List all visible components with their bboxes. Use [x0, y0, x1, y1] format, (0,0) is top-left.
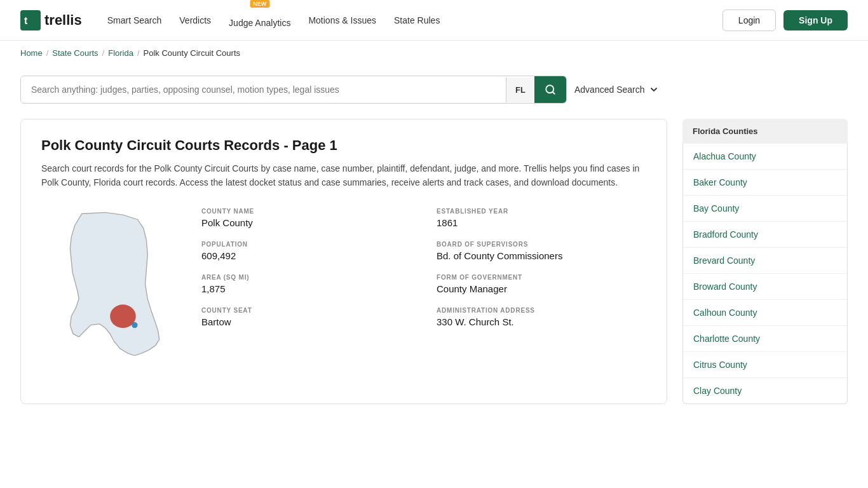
form-label: FORM OF GOVERNMENT [437, 274, 646, 281]
logo[interactable]: t trellis [20, 10, 82, 30]
header-left: t trellis Smart Search Verdicts NEW Judg… [20, 10, 440, 30]
sidebar-county-list: Alachua CountyBaker CountyBay CountyBrad… [682, 144, 848, 404]
detail-board: BOARD OF SUPERVISORS Bd. of County Commi… [437, 241, 646, 261]
county-info: COUNTY NAME Polk County ESTABLISHED YEAR… [41, 208, 646, 362]
breadcrumb-state-courts[interactable]: State Courts [52, 48, 98, 58]
nav-motions-issues[interactable]: Motions & Issues [308, 15, 376, 25]
search-button[interactable] [534, 76, 566, 103]
main-layout: Polk County Circuit Courts Records - Pag… [0, 119, 868, 424]
county-name-value: Polk County [201, 217, 411, 228]
svg-point-3 [132, 322, 137, 328]
page-description: Search court records for the Polk County… [41, 161, 646, 190]
breadcrumb-sep-1: / [46, 48, 49, 58]
detail-area: AREA (SQ MI) 1,875 [201, 274, 411, 294]
advanced-search-label: Advanced Search [574, 85, 645, 95]
header-right: Login Sign Up [722, 10, 848, 31]
detail-form: FORM OF GOVERNMENT County Manager [437, 274, 646, 294]
sidebar-item[interactable]: Broward County [683, 274, 847, 300]
county-name-label: COUNTY NAME [201, 208, 411, 215]
search-section: FL Advanced Search [0, 65, 868, 119]
established-label: ESTABLISHED YEAR [437, 208, 646, 215]
nav-state-rules[interactable]: State Rules [394, 15, 440, 25]
nav: Smart Search Verdicts NEW Judge Analytic… [107, 13, 440, 28]
address-value: 330 W. Church St. [437, 316, 646, 327]
sidebar-item[interactable]: Charlotte County [683, 326, 847, 352]
sidebar-item[interactable]: Baker County [683, 170, 847, 196]
sidebar-item[interactable]: Calhoun County [683, 300, 847, 326]
sidebar-item[interactable]: Bay County [683, 196, 847, 222]
new-badge: NEW [250, 0, 269, 8]
area-label: AREA (SQ MI) [201, 274, 411, 281]
sidebar-item[interactable]: Alachua County [683, 144, 847, 170]
breadcrumb-sep-2: / [102, 48, 105, 58]
search-wrapper: FL [20, 76, 567, 104]
detail-population: POPULATION 609,492 [201, 241, 411, 261]
population-label: POPULATION [201, 241, 411, 248]
sidebar-item[interactable]: Bradford County [683, 222, 847, 248]
florida-map-svg [41, 208, 181, 360]
sidebar-header: Florida Counties [682, 119, 848, 144]
sidebar: Florida Counties Alachua CountyBaker Cou… [682, 119, 848, 404]
nav-smart-search[interactable]: Smart Search [107, 15, 162, 25]
search-input[interactable] [21, 77, 506, 102]
page-title: Polk County Circuit Courts Records - Pag… [41, 137, 646, 154]
address-label: ADMINISTRATION ADDRESS [437, 307, 646, 314]
sidebar-item[interactable]: Brevard County [683, 248, 847, 274]
logo-text: trellis [44, 12, 82, 29]
population-value: 609,492 [201, 250, 411, 261]
search-icon [545, 84, 556, 95]
county-details-grid: COUNTY NAME Polk County ESTABLISHED YEAR… [201, 208, 646, 327]
breadcrumb: Home / State Courts / Florida / Polk Cou… [0, 41, 868, 65]
area-value: 1,875 [201, 283, 411, 294]
detail-county-name: COUNTY NAME Polk County [201, 208, 411, 228]
seat-value: Bartow [201, 316, 411, 327]
detail-seat: COUNTY SEAT Bartow [201, 307, 411, 327]
svg-rect-0 [20, 10, 41, 30]
search-state-badge: FL [506, 78, 534, 102]
county-map [41, 208, 181, 362]
header: t trellis Smart Search Verdicts NEW Judg… [0, 0, 868, 41]
sidebar-item[interactable]: Citrus County [683, 352, 847, 378]
form-value: County Manager [437, 283, 646, 294]
content-panel: Polk County Circuit Courts Records - Pag… [20, 119, 667, 404]
board-label: BOARD OF SUPERVISORS [437, 241, 646, 248]
advanced-search-toggle[interactable]: Advanced Search [574, 85, 659, 95]
detail-established: ESTABLISHED YEAR 1861 [437, 208, 646, 228]
logo-icon: t [20, 10, 41, 30]
breadcrumb-florida[interactable]: Florida [108, 48, 133, 58]
board-value: Bd. of County Commissioners [437, 250, 646, 261]
nav-verdicts[interactable]: Verdicts [179, 15, 211, 25]
chevron-down-icon [649, 85, 659, 95]
sidebar-item[interactable]: Clay County [683, 378, 847, 403]
breadcrumb-sep-3: / [137, 48, 140, 58]
established-value: 1861 [437, 217, 646, 228]
svg-text:t: t [24, 15, 28, 26]
detail-address: ADMINISTRATION ADDRESS 330 W. Church St. [437, 307, 646, 327]
seat-label: COUNTY SEAT [201, 307, 411, 314]
breadcrumb-home[interactable]: Home [20, 48, 43, 58]
login-button[interactable]: Login [722, 10, 776, 31]
nav-judge-analytics[interactable]: NEW Judge Analytics [229, 13, 290, 28]
signup-button[interactable]: Sign Up [783, 10, 848, 30]
breadcrumb-current: Polk County Circuit Courts [144, 48, 240, 58]
